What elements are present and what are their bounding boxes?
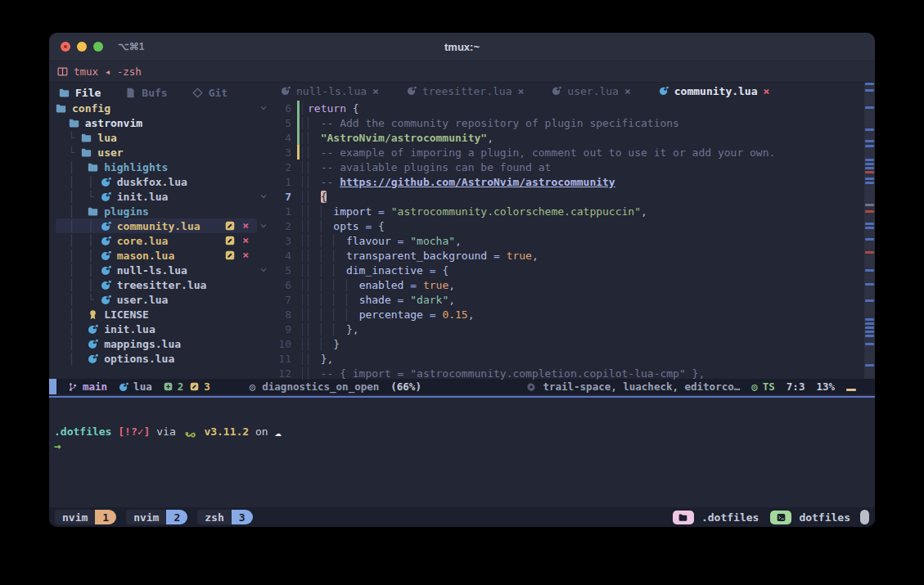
tree-item-user-lua[interactable]: │ └ user.lua	[56, 292, 257, 307]
tree-item-astronvim[interactable]: astronvim	[56, 115, 257, 130]
zoom-window-button[interactable]	[93, 42, 103, 52]
tmux-window-name: zsh	[197, 510, 231, 524]
tree-item-init-lua[interactable]: │ └ init.lua	[56, 189, 257, 204]
git-badges: ×	[225, 221, 249, 231]
tree-item-duskfox-lua[interactable]: │ │ duskfox.lua	[56, 174, 257, 189]
tree-item-plugins[interactable]: │ plugins	[56, 204, 257, 218]
scrollbar-mark	[865, 182, 874, 184]
tree-indent-guides: │ └	[56, 294, 101, 306]
scrollbar-mark	[865, 299, 874, 302]
line-number: 5	[270, 264, 297, 277]
buffer-close-icon[interactable]: ×	[518, 85, 525, 97]
indent-guide: ▏	[308, 132, 321, 144]
code-token	[487, 250, 494, 262]
scrollbar-mark	[865, 335, 874, 337]
tmux-window-zsh-3[interactable]: zsh3	[197, 510, 252, 524]
shell-prompt: .dotfiles [!?✓] via v3.11.2 on ☁	[54, 424, 875, 439]
editor-area: null-ls.lua×treesitter.lua×user.lua×comm…	[257, 83, 875, 379]
buffer-close-icon[interactable]: ×	[372, 85, 379, 97]
code-line: 10▏ ▏ }	[257, 336, 875, 351]
code-token: opts	[333, 220, 358, 232]
code-token	[385, 205, 391, 218]
line-number: 3	[270, 235, 297, 247]
code-token: =	[378, 205, 385, 218]
code-text: ▏ ▏ ▏ transparent_background = true,	[302, 250, 539, 262]
shell-pane[interactable]: .dotfiles [!?✓] via v3.11.2 on ☁ →	[49, 399, 875, 507]
scrollbar-mark	[865, 223, 874, 225]
tree-item-lua[interactable]: └ lua	[56, 130, 257, 145]
tree-item-highlights[interactable]: │ highlights	[56, 160, 257, 174]
nvim-pane: FileBufsGit config astronvim └ lua └ use…	[49, 83, 875, 379]
tmux-window-index: 2	[166, 510, 187, 524]
tree-tab-file[interactable]: File	[59, 87, 101, 99]
git-sign	[297, 336, 300, 351]
tree-tab-bufs[interactable]: Bufs	[125, 87, 167, 99]
lua-file-icon	[659, 86, 669, 96]
tree-item-label: init.lua	[117, 191, 169, 203]
git-added-widget: 2	[164, 380, 184, 393]
statusline-right: trail-space, luacheck, editorco… ◎ TS 7:…	[526, 380, 875, 393]
fold-chevron-icon[interactable]	[257, 267, 270, 273]
unsaved-close-icon[interactable]: ×	[242, 221, 249, 231]
tree-item-treesitter-lua[interactable]: │ │ treesitter.lua	[56, 277, 257, 292]
tmux-status-dotfiles: dotfiles	[770, 511, 850, 524]
tree-item-LICENSE[interactable]: │ LICENSE	[56, 307, 257, 322]
unsaved-close-icon[interactable]: ×	[242, 250, 249, 260]
folder-icon	[673, 511, 694, 524]
window-shortcut-label: ⌥⌘1	[118, 41, 145, 52]
git-branch-widget[interactable]: main	[68, 380, 107, 393]
scrollbar-mark	[865, 364, 874, 367]
line-number: 6	[270, 102, 297, 115]
fold-chevron-icon[interactable]	[257, 223, 270, 229]
tree-item-label: mappings.lua	[104, 338, 181, 350]
tree-item-community-lua[interactable]: │ │ community.lua×	[56, 218, 257, 233]
scrollbar-mark	[865, 171, 874, 173]
tree-indent-guides: │ │	[56, 220, 101, 232]
tmux-window-name: nvim	[55, 510, 95, 524]
code-token: ,	[487, 132, 494, 144]
line-number: 1	[270, 205, 297, 218]
close-window-button[interactable]	[61, 42, 70, 52]
tree-item-mappings-lua[interactable]: │ mappings.lua	[56, 336, 257, 351]
scrollbar-mark	[865, 83, 874, 85]
unsaved-close-icon[interactable]: ×	[242, 236, 249, 245]
tree-item-null-ls-lua[interactable]: │ │ null-ls.lua	[56, 263, 257, 277]
code-line: 12▏ -- { import = "astrocommunity.comple…	[257, 366, 875, 380]
tree-item-user[interactable]: └ user	[56, 145, 257, 160]
code-token: shade	[359, 294, 391, 306]
buffer-tab-treesitter-lua[interactable]: treesitter.lua×	[393, 85, 538, 97]
code-line: 9▏ ▏ ▏ },	[257, 322, 875, 336]
fold-chevron-icon[interactable]	[257, 193, 270, 200]
buffer-tab-community-lua[interactable]: community.lua×	[645, 85, 784, 97]
scrollbar-mark	[865, 204, 874, 206]
lua-icon	[101, 191, 112, 202]
code-token: -- available plugins can be found at	[321, 161, 552, 173]
buffer-close-icon[interactable]: ×	[764, 85, 770, 97]
git-sign	[297, 233, 300, 248]
tree-item-core-lua[interactable]: │ │ core.lua×	[56, 233, 257, 248]
tree-item-mason-lua[interactable]: │ │ mason.lua×	[56, 248, 257, 263]
git-sign	[297, 263, 300, 277]
line-number: 7	[270, 294, 297, 306]
buffer-tab-user-lua[interactable]: user.lua×	[538, 85, 644, 97]
editor-scrollbar[interactable]	[864, 83, 875, 379]
tree-item-options-lua[interactable]: │ options.lua	[56, 351, 257, 366]
tmux-window-nvim-1[interactable]: nvim1	[55, 510, 116, 524]
buffer-tab-null-ls-lua[interactable]: null-ls.lua×	[267, 85, 393, 97]
line-number: 8	[270, 308, 297, 321]
tmux-window-nvim-2[interactable]: nvim2	[126, 510, 187, 524]
tmux-tab-strip[interactable]: tmux ◂ -zsh	[49, 61, 875, 83]
code-line: 6▏ ▏ ▏ ▏ enabled = true,	[257, 277, 875, 292]
code-token	[372, 220, 378, 232]
tree-item-config[interactable]: config	[56, 101, 257, 115]
code-token: "astrocommunity.colorscheme.catppuccin"	[391, 205, 641, 218]
code-token: =	[410, 279, 417, 291]
tree-item-init-lua[interactable]: │ init.lua	[56, 322, 257, 336]
tree-tab-git[interactable]: Git	[192, 87, 228, 99]
tree-indent-guides: │	[56, 205, 88, 218]
git-changed-count: 3	[204, 380, 210, 393]
minimize-window-button[interactable]	[77, 42, 87, 52]
code-buffer[interactable]: 6return {5▏ -- Add the community reposit…	[257, 99, 875, 380]
buffer-close-icon[interactable]: ×	[624, 85, 631, 97]
fold-chevron-icon[interactable]	[257, 105, 270, 111]
